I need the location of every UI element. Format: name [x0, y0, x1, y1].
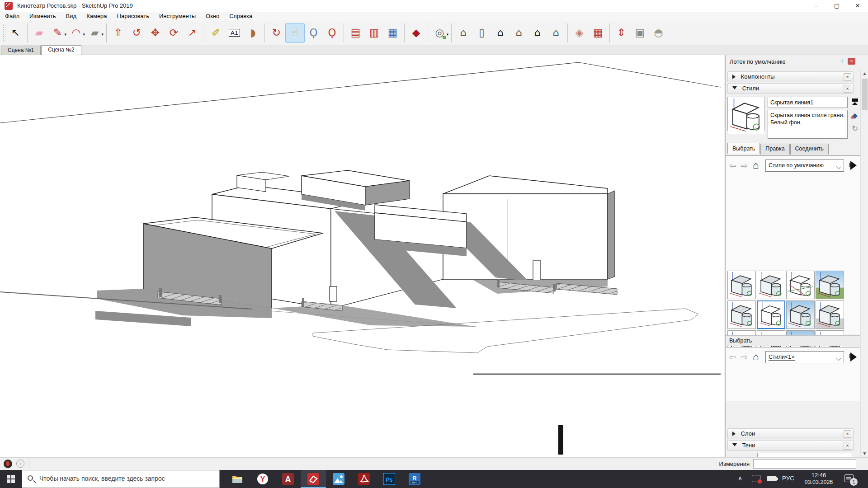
scroll-thumb[interactable] — [862, 79, 868, 110]
pushpull-tool[interactable]: ⇧ — [109, 23, 127, 42]
styles-tab-Правка[interactable]: Правка — [760, 144, 789, 155]
tape-measure-tool[interactable]: ✐ — [207, 23, 225, 42]
drape-tool[interactable]: ◓ — [649, 23, 668, 42]
orbit-tool[interactable]: ↻ — [267, 23, 286, 42]
text-tool[interactable]: A1 — [225, 23, 244, 42]
taskbar-app-yandex-browser[interactable]: Y — [250, 470, 275, 488]
menu-3[interactable]: Камера — [81, 12, 112, 21]
tray-chevron-icon[interactable]: ∧ — [738, 474, 742, 482]
menu-6[interactable]: Окно — [201, 12, 224, 21]
home-icon[interactable]: ⌂ — [753, 160, 759, 171]
forward-arrow-icon[interactable]: ⇨ — [741, 352, 748, 362]
in-model-styles-dropdown[interactable]: Стили<1> — [765, 351, 844, 363]
section-close-icon[interactable]: × — [844, 430, 851, 438]
style-collection-dropdown[interactable]: Стили по умолчанию — [765, 160, 844, 172]
clock[interactable]: 12:46 03.03.2026 — [800, 471, 837, 486]
dropdown-arrow-icon[interactable]: ▾ — [64, 32, 66, 37]
paint-bucket-tool[interactable]: ◗ — [244, 23, 262, 42]
section-close-icon[interactable]: × — [844, 73, 851, 81]
scroll-down-icon[interactable]: ▼ — [861, 450, 868, 457]
forward-arrow-icon[interactable]: ⇨ — [741, 160, 748, 171]
update-style-icon[interactable]: ↻ — [850, 124, 859, 133]
rotate-tool[interactable]: ⟳ — [165, 23, 183, 42]
taskbar-search[interactable]: Чтобы начать поиск, введите здесь запрос — [22, 470, 220, 488]
section-close-icon[interactable]: × — [844, 85, 851, 93]
export-model-button[interactable]: ▤ — [346, 23, 365, 42]
taskbar-app-sketchup[interactable] — [301, 470, 326, 488]
style-thumbnail-4[interactable] — [816, 271, 844, 299]
taskbar-app-photos[interactable] — [326, 470, 351, 488]
arc-tool[interactable]: ◠▾ — [67, 23, 85, 42]
select-tool[interactable]: ↖ — [6, 23, 25, 42]
style-thumbnail-8[interactable] — [816, 300, 844, 329]
view-iso-button[interactable]: ⌂ — [454, 23, 472, 42]
taskbar-app-autocad[interactable]: A — [275, 470, 301, 488]
move-tool[interactable]: ✥ — [146, 23, 165, 42]
menu-1[interactable]: Изменить — [24, 12, 61, 21]
details-menu-button[interactable] — [848, 160, 859, 171]
send-to-layout-button[interactable]: ▦ — [383, 23, 402, 42]
menu-4[interactable]: Нарисовать — [112, 12, 154, 21]
menu-2[interactable]: Вид — [61, 12, 82, 21]
taskbar-app-photoshop[interactable]: Ps — [377, 470, 402, 488]
home-icon[interactable]: ⌂ — [753, 351, 759, 363]
view-right-button[interactable]: ⌂ — [547, 23, 565, 42]
tray-close-icon[interactable]: × — [848, 58, 855, 65]
minimize-button[interactable]: – — [806, 0, 826, 12]
zoom-tool[interactable]: Ϙ — [304, 23, 323, 42]
smoove-tool[interactable]: ⇕ — [612, 23, 631, 42]
style-thumbnail-2[interactable] — [757, 271, 785, 299]
pan-tool[interactable]: ☝ — [286, 23, 304, 42]
account-button[interactable]: ◎▾ — [430, 23, 449, 42]
view-front-button[interactable]: ⌂ — [491, 23, 509, 42]
section-shadows[interactable]: Тени × — [727, 440, 854, 451]
section-styles[interactable]: Стили × — [727, 83, 854, 94]
start-button[interactable] — [0, 470, 22, 488]
line-tool[interactable]: ✎▾ — [48, 23, 67, 42]
notification-badge[interactable]: 1 — [850, 478, 858, 486]
view-top-button[interactable]: ▯ — [472, 23, 491, 42]
scene-tab-2[interactable]: Сцена №2 — [41, 45, 81, 55]
style-thumbnail-1[interactable] — [727, 271, 756, 299]
rectangle-tool[interactable]: ▰▾ — [85, 23, 104, 42]
details-menu-button[interactable] — [848, 351, 859, 363]
menu-7[interactable]: Справка — [224, 12, 257, 21]
sandbox-from-scratch-button[interactable]: ▦ — [589, 23, 607, 42]
styles-tab-Выбрать[interactable]: Выбрать — [727, 143, 760, 154]
pane-toggle-icon[interactable] — [850, 98, 859, 107]
taskbar-app-revit[interactable]: RRVT — [402, 470, 427, 488]
view-back-button[interactable]: ⌂ — [509, 23, 528, 42]
tray-scrollbar[interactable]: ▲ ▼ — [860, 70, 868, 457]
section-layers[interactable]: Слои × — [727, 428, 854, 439]
tray-header[interactable]: Лоток по умолчанию ⊤ × — [726, 55, 861, 69]
export-image-button[interactable]: ▥ — [365, 23, 383, 42]
sync-status-icon[interactable] — [752, 475, 760, 482]
back-arrow-icon[interactable]: ⇦ — [729, 352, 736, 362]
battery-icon[interactable] — [767, 476, 777, 481]
style-thumbnail-7[interactable] — [786, 300, 815, 329]
followme-tool[interactable]: ↺ — [127, 23, 146, 42]
toolbar-drag-handle[interactable] — [3, 24, 5, 42]
model-viewport[interactable] — [0, 55, 724, 457]
section-close-icon[interactable]: × — [844, 442, 851, 450]
extension-warehouse-button[interactable]: ◆ — [407, 23, 425, 42]
language-indicator[interactable]: РУС — [782, 475, 794, 482]
maximize-button[interactable]: ▢ — [826, 0, 847, 12]
menu-0[interactable]: Файл — [0, 12, 24, 21]
back-arrow-icon[interactable]: ⇦ — [729, 160, 736, 171]
geolocation-icon[interactable] — [4, 460, 12, 468]
taskbar-app-explorer[interactable] — [225, 470, 250, 488]
dropdown-arrow-icon[interactable]: ▾ — [101, 32, 104, 37]
style-description-box[interactable]: Скрытая линия стиля грани. Белый фон. — [768, 110, 848, 139]
view-left-button[interactable]: ⌂ — [528, 23, 547, 42]
dropdown-arrow-icon[interactable]: ▾ — [446, 32, 448, 37]
style-thumbnail-6[interactable] — [757, 300, 785, 329]
dropdown-arrow-icon[interactable]: ▾ — [83, 32, 85, 37]
info-icon[interactable]: i — [16, 460, 24, 468]
styles-tab-Соединить[interactable]: Соединить — [790, 144, 829, 155]
scene-tab-1[interactable]: Сцена №1 — [1, 46, 41, 55]
section-components[interactable]: Компоненты × — [727, 71, 854, 82]
sandbox-from-contours-button[interactable]: ◈ — [570, 23, 589, 42]
offset-tool[interactable]: ↗ — [183, 23, 202, 42]
stamp-tool[interactable]: ▣ — [631, 23, 649, 42]
